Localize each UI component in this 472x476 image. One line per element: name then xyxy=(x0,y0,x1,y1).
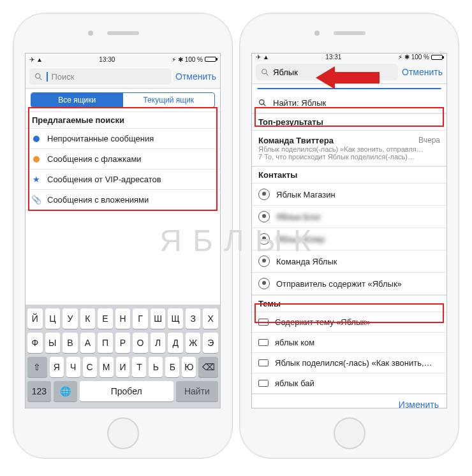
segmented-control[interactable]: Все ящики Текущий ящик xyxy=(31,92,215,108)
key-letter[interactable]: А xyxy=(80,333,96,353)
battery-icon xyxy=(431,55,443,60)
result-line2: 7 То, что происходит Яблык поделился(-ла… xyxy=(258,153,437,161)
key-letter[interactable]: Ы xyxy=(45,333,61,353)
home-button[interactable] xyxy=(334,417,365,449)
key-letter[interactable]: М xyxy=(100,357,114,377)
svg-line-5 xyxy=(263,104,265,106)
key-123[interactable]: 123 xyxy=(27,381,51,401)
key-globe[interactable]: 🌐 xyxy=(54,381,77,401)
key-letter[interactable]: К xyxy=(80,308,96,329)
search-input[interactable]: Поиск xyxy=(29,68,172,85)
screen-left: ✈︎▲ 13:30 ⚡︎ ✱100 % Поиск Отменить Все я… xyxy=(25,53,221,408)
key-letter[interactable]: И xyxy=(116,357,130,377)
find-row[interactable]: Найти: Яблык xyxy=(252,93,446,113)
contact-row[interactable]: Яблык Магазин xyxy=(252,184,446,206)
home-button[interactable] xyxy=(107,417,139,449)
key-letter[interactable]: П xyxy=(98,333,113,353)
key-letter[interactable]: Ж xyxy=(186,333,201,353)
segment-all[interactable]: Все ящики xyxy=(31,93,123,107)
contact-row[interactable]: Яблык Блог xyxy=(252,206,446,228)
battery-pct: 100 % xyxy=(185,56,203,63)
svg-point-2 xyxy=(262,69,267,73)
battery-icon xyxy=(205,57,216,62)
battery-pct: 100 % xyxy=(411,54,429,61)
key-letter[interactable]: С xyxy=(83,357,97,377)
cancel-button[interactable]: Отменить xyxy=(402,67,443,77)
key-letter[interactable]: Л xyxy=(151,333,166,353)
key-letter[interactable]: Щ xyxy=(168,308,183,329)
key-letter[interactable]: Э xyxy=(203,333,218,353)
topic-row[interactable]: Яблык поделился(-лась) «Как звонить,… xyxy=(252,353,446,373)
key-letter[interactable]: Ч xyxy=(66,357,80,377)
key-letter[interactable]: Е xyxy=(98,308,113,329)
speaker-slit xyxy=(334,31,365,35)
contact-row[interactable]: Отправитель содержит «Яблык» xyxy=(252,273,446,295)
topic-label: яблык ком xyxy=(275,338,314,347)
topic-label: Содержит тему «Яблык» xyxy=(275,317,370,327)
topic-row[interactable]: Содержит тему «Яблык» xyxy=(252,312,446,333)
cancel-button[interactable]: Отменить xyxy=(175,71,216,82)
key-shift[interactable]: ⇧ xyxy=(27,357,47,377)
keyboard[interactable]: ЙЦУКЕНГШЩЗХ ФЫВАПРОЛДЖЭ ⇧ЯЧСМИТЬБЮ⌫ 123 … xyxy=(26,305,220,408)
topic-row[interactable]: яблык бай xyxy=(252,373,446,394)
search-icon xyxy=(261,68,269,76)
key-letter[interactable]: Я xyxy=(50,357,64,377)
bluetooth-icon: ⚡︎ ✱ xyxy=(398,54,409,61)
suggestion-label: Сообщения с вложениями xyxy=(47,195,149,205)
status-bar: ✈︎▲ 13:30 ⚡︎ ✱100 % xyxy=(26,54,220,65)
suggestion-row[interactable]: 📎Сообщения с вложениями xyxy=(26,190,220,210)
status-bar: ✈︎▲ 13:31 ⚡︎ ✱100 % xyxy=(252,54,446,61)
suggestion-row[interactable]: ★Сообщения от VIP-адресатов xyxy=(26,169,220,190)
key-letter[interactable]: О xyxy=(133,333,148,353)
key-letter[interactable]: Т xyxy=(132,357,146,377)
key-letter[interactable]: Ь xyxy=(149,357,163,377)
suggested-searches-header: Предлагаемые поиски xyxy=(26,112,220,129)
result-line1: Яблык поделился(-лась) «Как звонить, отп… xyxy=(258,145,437,153)
envelope-icon xyxy=(258,380,269,387)
key-letter[interactable]: Х xyxy=(203,308,218,329)
contacts-header: Контакты xyxy=(252,166,446,184)
key-letter[interactable]: Р xyxy=(115,333,131,353)
contact-name: Яблык Магазин xyxy=(276,190,336,199)
key-letter[interactable]: Б xyxy=(165,357,179,377)
key-letter[interactable]: З xyxy=(186,308,201,329)
contact-name: Яблык Блог xyxy=(276,212,321,222)
key-letter[interactable]: Ю xyxy=(182,357,196,377)
phone-left: ✈︎▲ 13:30 ⚡︎ ✱100 % Поиск Отменить Все я… xyxy=(13,13,233,459)
camera-dot xyxy=(314,31,320,36)
bluetooth-icon: ⚡︎ ✱ xyxy=(172,56,183,63)
key-letter[interactable]: В xyxy=(63,333,78,353)
wifi-icon: ▲ xyxy=(263,54,269,61)
segment-current[interactable]: Текущий ящик xyxy=(123,93,215,107)
key-letter[interactable]: Г xyxy=(133,308,148,329)
key-letter[interactable]: Н xyxy=(115,308,131,329)
search-bar: Поиск Отменить xyxy=(26,65,220,89)
svg-point-4 xyxy=(260,100,264,105)
contact-name: Яблык Юзер xyxy=(276,234,325,244)
screen-right: ✈︎▲ 13:31 ⚡︎ ✱100 % Яблык Отменить Все я… xyxy=(251,53,447,408)
key-letter[interactable]: У xyxy=(63,308,78,329)
edit-button[interactable]: Изменить xyxy=(252,394,446,408)
text-cursor xyxy=(47,72,48,82)
key-letter[interactable]: Ф xyxy=(27,333,43,353)
search-placeholder: Поиск xyxy=(52,72,75,82)
svg-line-3 xyxy=(266,73,268,75)
suggestion-row[interactable]: Непрочитанные сообщения xyxy=(26,129,220,149)
key-space[interactable]: Пробел xyxy=(80,381,173,401)
key-letter[interactable]: Ш xyxy=(151,308,166,329)
key-letter[interactable]: Д xyxy=(168,333,183,353)
svg-point-0 xyxy=(36,73,40,78)
topic-row[interactable]: яблык ком xyxy=(252,333,446,353)
contact-row[interactable]: Команда Яблык xyxy=(252,250,446,273)
result-sender: Команда Твиттера xyxy=(258,136,334,145)
key-letter[interactable]: Й xyxy=(27,308,43,329)
suggestion-row[interactable]: Сообщения с флажками xyxy=(26,149,220,169)
key-find[interactable]: Найти xyxy=(176,381,218,401)
avatar-icon xyxy=(258,233,270,245)
contact-row[interactable]: Яблык Юзер xyxy=(252,228,446,250)
key-backspace[interactable]: ⌫ xyxy=(198,357,218,377)
top-result-row[interactable]: Команда ТвиттераВчера Яблык поделился(-л… xyxy=(252,131,446,166)
wifi-icon: ▲ xyxy=(36,56,43,63)
key-letter[interactable]: Ц xyxy=(45,308,61,329)
suggestion-label: Непрочитанные сообщения xyxy=(47,134,154,143)
